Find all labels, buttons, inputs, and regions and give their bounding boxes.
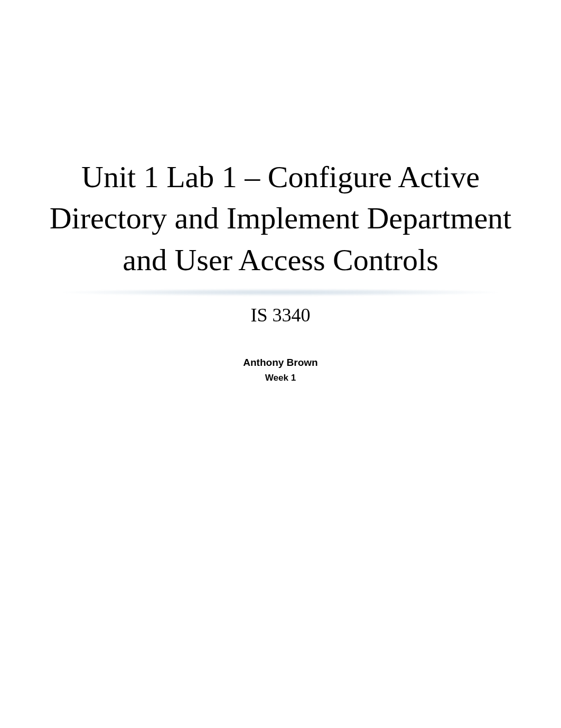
document-page: Unit 1 Lab 1 – Configure Active Director…	[0, 0, 561, 728]
week-label: Week 1	[265, 373, 296, 383]
title-divider	[61, 286, 500, 299]
document-title: Unit 1 Lab 1 – Configure Active Director…	[48, 156, 513, 281]
course-subtitle: IS 3340	[250, 304, 310, 326]
author-name: Anthony Brown	[243, 357, 317, 368]
divider-shadow	[61, 289, 500, 296]
